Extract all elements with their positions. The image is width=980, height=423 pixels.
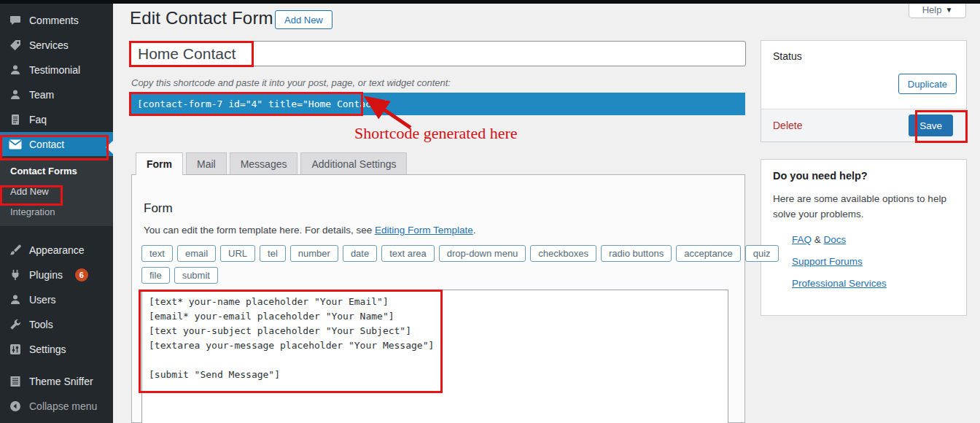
sidebar-item-label: Faq: [29, 114, 47, 125]
shortcode-text: [contact-form-7 id="4" title="Home Conta…: [130, 98, 388, 109]
sidebar-item-services[interactable]: Services: [0, 33, 113, 58]
tag-button-submit[interactable]: submit: [174, 267, 218, 284]
duplicate-button[interactable]: Duplicate: [898, 74, 957, 94]
docs-link[interactable]: Docs: [824, 234, 847, 245]
tag-button-text-area[interactable]: text area: [381, 245, 435, 262]
tag-button-quiz[interactable]: quiz: [745, 245, 779, 262]
admin-top-bar: [0, 0, 980, 4]
status-box: Status Duplicate Delete Save: [761, 40, 967, 142]
faq-docs-line: FAQ & Docs: [792, 234, 954, 245]
editing-form-template-link[interactable]: Editing Form Template: [375, 225, 473, 236]
list-icon: [9, 375, 22, 388]
sidebar-item-label: Plugins: [29, 269, 63, 281]
tab-mail[interactable]: Mail: [186, 152, 227, 174]
tag-button-drop-down-menu[interactable]: drop-down menu: [439, 245, 526, 262]
sidebar-item-label: Comments: [29, 15, 79, 26]
panel-heading: Form: [144, 201, 744, 216]
document-icon: [9, 113, 22, 126]
tag-button-email[interactable]: email: [177, 245, 216, 262]
submenu-item-contact-forms[interactable]: Contact Forms: [0, 160, 113, 181]
help-box-heading: Do you need help?: [773, 170, 954, 182]
sidebar-item-label: Users: [29, 294, 56, 306]
sidebar-item-users[interactable]: Users: [0, 287, 113, 312]
wrench-icon: [9, 318, 22, 331]
sliders-icon: [9, 343, 22, 356]
tag-icon: [9, 39, 22, 52]
paintbrush-icon: [9, 244, 22, 257]
tag-button-text[interactable]: text: [141, 245, 173, 262]
chevron-down-icon: ▼: [945, 6, 952, 14]
tag-button-radio-buttons[interactable]: radio buttons: [601, 245, 672, 262]
sidebar-item-comments[interactable]: Comments: [0, 8, 113, 33]
form-template-textarea[interactable]: [text* your-name placeholder "Your Email…: [141, 290, 728, 423]
help-box-body: Here are some available options to help …: [773, 192, 954, 222]
sidebar-item-label: Services: [29, 39, 69, 51]
tag-button-file[interactable]: file: [141, 267, 170, 284]
envelope-icon: [9, 138, 22, 151]
delete-link[interactable]: Delete: [773, 120, 802, 131]
professional-services-link[interactable]: Professional Services: [792, 278, 954, 289]
tab-messages[interactable]: Messages: [230, 152, 298, 174]
plugins-update-badge: 6: [75, 268, 88, 282]
sidebar-item-plugins[interactable]: Plugins 6: [0, 263, 113, 287]
add-new-button[interactable]: Add New: [275, 10, 332, 29]
collapse-arrow-icon: [9, 400, 22, 413]
tag-button-acceptance[interactable]: acceptance: [676, 245, 741, 262]
plug-icon: [9, 268, 22, 282]
admin-sidebar: Comments Services Testimonial Team Faq C…: [0, 0, 113, 423]
support-forums-link[interactable]: Support Forums: [792, 256, 954, 267]
tab-form[interactable]: Form: [136, 152, 183, 175]
submenu-item-add-new[interactable]: Add New: [0, 181, 113, 201]
status-heading: Status: [761, 41, 966, 62]
annotation-arrow: [361, 94, 419, 131]
person-icon: [9, 63, 22, 77]
status-footer: Delete Save: [761, 109, 966, 141]
sidebar-item-tools[interactable]: Tools: [0, 312, 113, 337]
shortcode-bar[interactable]: [contact-form-7 id="4" title="Home Conta…: [130, 93, 745, 115]
sidebar-item-label: Team: [29, 89, 54, 101]
form-tab-panel: Form You can edit the form template here…: [131, 174, 745, 423]
current-menu-arrow: [106, 141, 113, 154]
help-box: Do you need help? Here are some availabl…: [761, 159, 967, 316]
help-links: FAQ & Docs Support Forums Professional S…: [792, 234, 954, 289]
tag-buttons-row-2: file submit: [141, 267, 744, 284]
sidebar-item-contact[interactable]: Contact: [0, 132, 113, 156]
form-title-input[interactable]: [130, 41, 746, 66]
comments-icon: [9, 14, 22, 27]
page-title: Edit Contact Form: [130, 8, 273, 28]
submenu-item-integration[interactable]: Integration: [0, 201, 113, 222]
sidebar-item-faq[interactable]: Faq: [0, 107, 113, 132]
sidebar-item-label: Contact: [29, 139, 64, 150]
editor-tabs: Form Mail Messages Additional Settings: [136, 152, 407, 175]
contact-submenu: Contact Forms Add New Integration: [0, 156, 113, 226]
panel-description: You can edit the form template here. For…: [144, 225, 744, 236]
person-icon: [9, 88, 22, 101]
faq-link[interactable]: FAQ: [792, 234, 812, 245]
tag-button-number[interactable]: number: [290, 245, 338, 262]
sidebar-item-theme-sniffer[interactable]: Theme Sniffer: [0, 369, 113, 394]
person-icon: [9, 293, 22, 306]
sidebar-item-label: Collapse menu: [29, 400, 97, 412]
collapse-menu-button[interactable]: Collapse menu: [0, 394, 113, 419]
sidebar-item-label: Settings: [29, 344, 66, 355]
tab-additional-settings[interactable]: Additional Settings: [300, 152, 407, 174]
tag-button-tel[interactable]: tel: [260, 245, 286, 262]
sidebar-item-testimonial[interactable]: Testimonial: [0, 58, 113, 82]
sidebar-item-label: Theme Sniffer: [29, 376, 93, 387]
sidebar-item-label: Tools: [29, 319, 53, 330]
sidebar-item-appearance[interactable]: Appearance: [0, 238, 113, 263]
shortcode-hint: Copy this shortcode and paste it into yo…: [131, 77, 451, 88]
tag-button-url[interactable]: URL: [220, 245, 255, 262]
tag-button-checkboxes[interactable]: checkboxes: [530, 245, 596, 262]
sidebar-item-team[interactable]: Team: [0, 82, 113, 107]
sidebar-item-label: Testimonial: [29, 64, 80, 76]
tag-buttons-row-1: text email URL tel number date text area…: [141, 245, 744, 262]
sidebar-item-settings[interactable]: Settings: [0, 337, 113, 362]
tag-button-date[interactable]: date: [343, 245, 377, 262]
sidebar-item-label: Appearance: [29, 244, 85, 256]
save-button[interactable]: Save: [909, 115, 953, 136]
